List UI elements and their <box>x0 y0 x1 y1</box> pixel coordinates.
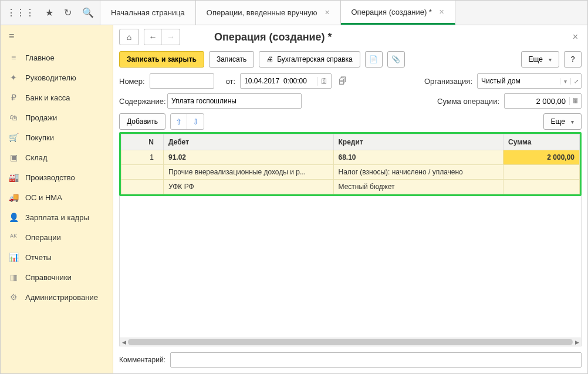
history-icon[interactable]: ↻ <box>62 5 74 21</box>
attach-button[interactable]: 📎 <box>387 51 405 68</box>
close-icon[interactable]: ✕ <box>325 9 330 16</box>
acc-ref-button[interactable]: 🖨Бухгалтерская справка <box>259 51 360 68</box>
sidebar-item-label: Банк и касса <box>25 93 70 102</box>
move-row-group: ⇧ ⇩ <box>170 113 204 130</box>
scroll-left-icon[interactable]: ◀ <box>120 338 128 346</box>
doc-icon[interactable]: 🗐 <box>336 76 349 86</box>
sidebar-item-label: ОС и НМА <box>25 193 62 202</box>
date-input[interactable] <box>241 74 317 88</box>
calculator-icon[interactable]: 🖩 <box>569 97 581 105</box>
sidebar-item-label: Руководителю <box>25 73 76 82</box>
sidebar-item-assets[interactable]: 🚚ОС и НМА <box>1 187 113 207</box>
tab-label: Операция (создание) * <box>352 8 432 16</box>
page-title: Операция (создание) * <box>214 31 565 43</box>
org-field: ▾ ⤢ <box>477 73 582 89</box>
table-empty-area[interactable] <box>119 196 582 338</box>
calendar-icon[interactable]: 🗓 <box>317 77 331 86</box>
sidebar-item-manager[interactable]: ✦Руководителю <box>1 68 113 87</box>
close-icon[interactable]: ✕ <box>439 8 444 16</box>
save-button[interactable]: Записать <box>209 51 254 68</box>
sidebar-item-sales[interactable]: 🛍Продажи <box>1 107 113 127</box>
sidebar-item-label: Склад <box>25 153 48 162</box>
cell-debit-code[interactable]: 91.02 <box>164 150 334 165</box>
sidebar: ≡ ≡Главное ✦Руководителю ₽Банк и касса 🛍… <box>1 25 113 373</box>
tab-home[interactable]: Начальная страница <box>100 1 196 25</box>
cell-debit-analytic2[interactable]: УФК РФ <box>164 180 334 194</box>
save-close-button[interactable]: Записать и закрыть <box>119 51 204 68</box>
cell-credit-analytic1[interactable]: Налог (взносы): начислено / уплачено <box>333 165 503 180</box>
content-input[interactable] <box>167 93 302 109</box>
main-content: ⌂ ← → Операция (создание) * × Записать и… <box>113 25 587 373</box>
sidebar-item-refs[interactable]: ▥Справочники <box>1 267 113 287</box>
sidebar-item-admin[interactable]: ⚙Администрирование <box>1 287 113 307</box>
sidebar-item-hr[interactable]: 👤Зарплата и кадры <box>1 207 113 227</box>
apps-icon[interactable]: ⋮⋮⋮ <box>4 5 37 21</box>
col-debit[interactable]: Дебет <box>164 134 334 150</box>
org-input[interactable] <box>478 74 560 88</box>
cell-debit-analytic1[interactable]: Прочие внереализационные доходы и р... <box>164 165 334 180</box>
back-button[interactable]: ← <box>144 29 162 45</box>
sidebar-item-label: Операции <box>25 233 61 242</box>
table-row[interactable]: 1 91.02 68.10 2 000,00 <box>121 150 580 165</box>
scroll-right-icon[interactable]: ▶ <box>573 338 581 346</box>
more-button[interactable]: Еще <box>521 51 559 68</box>
dropdown-icon[interactable]: ▾ <box>560 78 570 85</box>
cell-sum[interactable]: 2 000,00 <box>503 150 580 165</box>
horizontal-scrollbar[interactable]: ◀ ▶ <box>119 338 582 346</box>
sidebar-item-purchases[interactable]: 🛒Покупки <box>1 127 113 147</box>
forward-button[interactable]: → <box>162 29 180 45</box>
table-toolbar: Добавить ⇧ ⇩ Еще <box>119 113 582 130</box>
col-credit[interactable]: Кредит <box>333 134 503 150</box>
tab-operations-list[interactable]: Операции, введенные вручную ✕ <box>196 1 341 25</box>
home-button[interactable]: ⌂ <box>119 29 139 45</box>
move-up-button[interactable]: ⇧ <box>171 114 187 129</box>
number-label: Номер: <box>119 77 145 86</box>
open-ref-icon[interactable]: ⤢ <box>570 78 581 85</box>
printer-icon: 🖨 <box>266 55 273 63</box>
col-n[interactable]: N <box>121 134 164 150</box>
col-sum[interactable]: Сумма <box>503 134 580 150</box>
create-based-button[interactable]: 📄 <box>365 51 383 68</box>
table-row-sub1[interactable]: Прочие внереализационные доходы и р... Н… <box>121 165 580 180</box>
cell-credit-code[interactable]: 68.10 <box>333 150 503 165</box>
cell-credit-analytic2[interactable]: Местный бюджет <box>333 180 503 194</box>
entries-table: N Дебет Кредит Сумма 1 91.02 68.10 2 000… <box>121 134 580 194</box>
sidebar-item-label: Справочники <box>25 273 72 282</box>
cell-n[interactable]: 1 <box>121 150 164 165</box>
org-label: Организация: <box>424 77 472 86</box>
scroll-thumb[interactable] <box>128 339 573 345</box>
star-icon[interactable]: ★ <box>43 5 56 21</box>
warehouse-icon: ▣ <box>9 153 18 162</box>
date-field: 🗓 <box>240 73 332 89</box>
sidebar-item-main[interactable]: ≡Главное <box>1 48 113 68</box>
sidebar-collapse-icon[interactable]: ≡ <box>1 25 113 48</box>
entries-table-highlight: N Дебет Кредит Сумма 1 91.02 68.10 2 000… <box>119 132 582 196</box>
search-icon[interactable]: 🔍 <box>80 5 96 21</box>
gear-icon: ⚙ <box>9 292 18 302</box>
sidebar-item-operations[interactable]: ᴬᴷОперации <box>1 227 113 247</box>
chevron-down-icon <box>546 55 552 63</box>
close-page-button[interactable]: × <box>569 29 582 45</box>
topbar-icon-group: ⋮⋮⋮ ★ ↻ 🔍 <box>1 1 100 25</box>
add-row-button[interactable]: Добавить <box>119 113 165 130</box>
sidebar-item-reports[interactable]: 📊Отчеты <box>1 247 113 267</box>
comment-input[interactable] <box>170 352 582 368</box>
table-row-sub2[interactable]: УФК РФ Местный бюджет <box>121 180 580 194</box>
tab-operation-create[interactable]: Операция (создание) * ✕ <box>341 1 455 25</box>
move-down-button[interactable]: ⇩ <box>187 114 204 129</box>
sidebar-item-production[interactable]: 🏭Производство <box>1 167 113 187</box>
help-button[interactable]: ? <box>564 51 582 68</box>
number-input[interactable] <box>150 73 214 89</box>
book-icon: ▥ <box>9 272 18 282</box>
ruble-icon: ₽ <box>9 93 18 102</box>
comment-label: Комментарий: <box>119 356 165 364</box>
sum-input[interactable] <box>505 94 569 108</box>
sum-label: Сумма операции: <box>437 97 499 106</box>
sidebar-item-bank[interactable]: ₽Банк и касса <box>1 87 113 107</box>
table-more-button[interactable]: Еще <box>543 113 582 130</box>
sidebar-item-warehouse[interactable]: ▣Склад <box>1 147 113 167</box>
sidebar-item-label: Продажи <box>25 113 57 122</box>
tab-label: Начальная страница <box>111 8 185 17</box>
more-label: Еще <box>529 55 543 63</box>
acc-ref-label: Бухгалтерская справка <box>277 55 353 63</box>
